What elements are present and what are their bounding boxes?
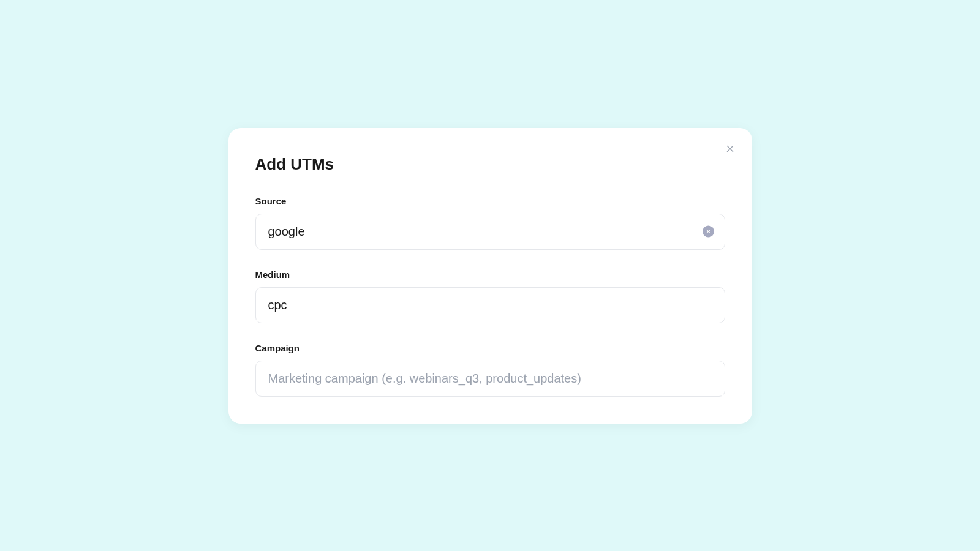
campaign-label: Campaign xyxy=(255,343,725,353)
medium-label: Medium xyxy=(255,269,725,280)
utm-modal: Add UTMs Source Medium Campaign xyxy=(228,128,752,424)
campaign-form-group: Campaign xyxy=(255,343,725,397)
source-input[interactable] xyxy=(255,214,725,250)
campaign-input[interactable] xyxy=(255,361,725,397)
medium-form-group: Medium xyxy=(255,269,725,323)
clear-icon xyxy=(706,227,711,236)
campaign-input-wrapper xyxy=(255,361,725,397)
source-input-wrapper xyxy=(255,214,725,250)
medium-input[interactable] xyxy=(255,287,725,323)
close-button[interactable] xyxy=(722,141,739,159)
modal-title: Add UTMs xyxy=(255,155,725,174)
close-icon xyxy=(725,143,736,156)
medium-input-wrapper xyxy=(255,287,725,323)
source-form-group: Source xyxy=(255,196,725,250)
source-clear-button[interactable] xyxy=(703,226,714,238)
source-label: Source xyxy=(255,196,725,206)
